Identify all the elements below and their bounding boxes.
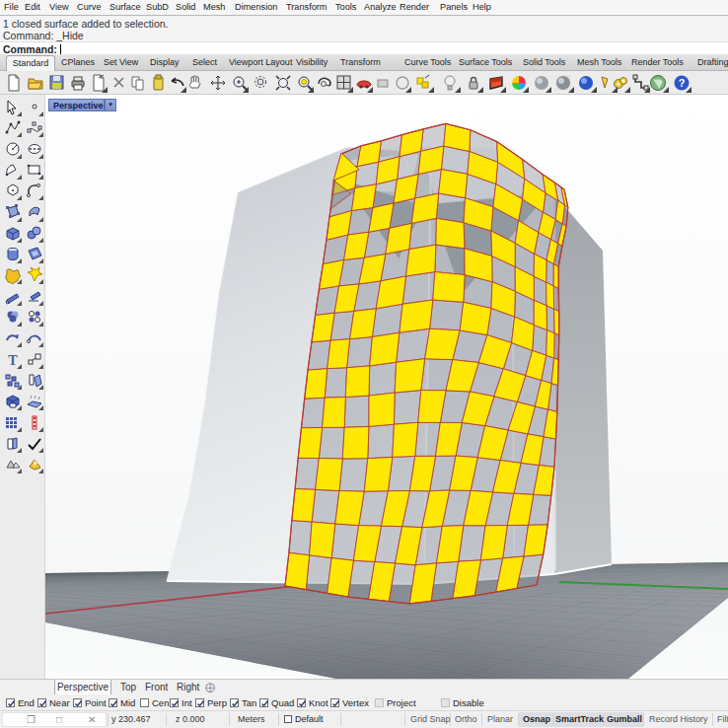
svg-text:?: ? xyxy=(679,77,686,89)
